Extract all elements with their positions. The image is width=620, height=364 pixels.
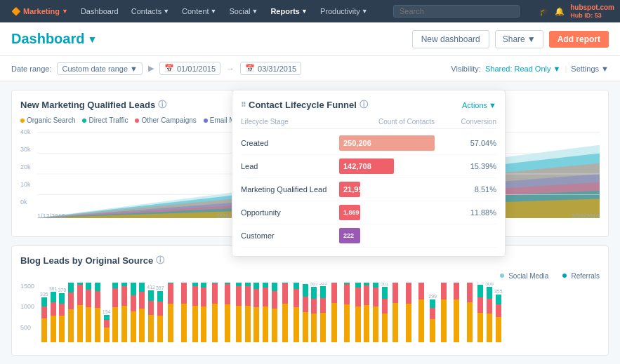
stacked-bar [477,285,483,342]
bar-segment [86,283,91,290]
brand-marketing[interactable]: 🔶 Marketing ▼ [6,4,74,19]
nav-item-productivity[interactable]: Productivity ▼ [315,4,374,18]
bar-group: 720 [67,283,75,342]
funnel-actions-button[interactable]: Actions ▼ [462,101,496,109]
bar-segment [131,295,136,311]
bar-segment [168,304,173,342]
bar-segment [355,283,361,288]
funnel-row: Customer222 [241,224,496,248]
nav-item-reports[interactable]: Reports ▼ [265,4,312,18]
search-input[interactable] [393,5,520,18]
stacked-bar [51,292,56,342]
funnel-stage-label: Marketing Qualified Lead [241,185,339,194]
stacked-bar [225,283,230,342]
bar-group: 842 [292,283,301,342]
bar-value-label: 355 [494,289,503,294]
bar-segment [344,284,350,304]
bell-icon[interactable]: 🔔 [555,7,565,16]
bar-segment [95,283,100,291]
bar-segment [467,283,473,302]
bar-group: 355 [494,289,503,342]
bar-segment [148,301,154,315]
legend-label: Organic Search [27,116,75,124]
dashboard-dropdown-icon[interactable]: ▼ [87,34,97,45]
funnel-table-header: Lifecycle Stage Count of Contacts Conver… [241,118,496,129]
bar-segment [68,292,74,309]
bar-segment [393,283,398,303]
separator: | [565,65,567,73]
blog-legend: Social MediaReferrals [20,272,600,280]
graduation-icon[interactable]: 🎓 [539,7,549,16]
funnel-bar: 21,956 [339,182,360,197]
bar-segment [487,287,492,299]
new-dashboard-button[interactable]: New dashboard [412,30,489,48]
bar-group: 941 [244,283,252,342]
bar-group: 922 [120,283,128,342]
bar-segment [112,288,118,306]
nav-item-content[interactable]: Content ▼ [176,4,222,18]
stacked-bar [181,283,187,342]
search-container [375,5,539,18]
date-end-picker[interactable]: 📅 03/31/2015 [240,62,301,75]
nav-item-dashboard[interactable]: Dashboard [75,4,124,18]
bar-group: 154 [103,309,111,342]
brand-icon: 🔶 [11,7,21,16]
stacked-bar [487,287,492,342]
bar-group: 1,425 [450,283,463,342]
blog-info-icon[interactable]: ⓘ [156,255,164,267]
bar-segment [293,283,299,289]
nav-item-contacts[interactable]: Contacts ▼ [126,4,175,18]
blog-chart-area: 15001000500 3353813787209928358051548629… [20,283,600,342]
share-chevron-icon: ▼ [527,34,536,44]
blog-legend-item: Referrals [562,272,600,280]
visibility-value[interactable]: Shared: Read Only ▼ [485,65,561,73]
bar-group: 929 [235,283,243,342]
bar-group: 862 [112,283,120,342]
bar-group: 931 [191,283,199,342]
bar-segment [272,291,277,309]
bar-segment [41,318,47,342]
date-range-type-select[interactable]: Custom date range ▼ [57,62,143,75]
bar-group: 397 [156,285,164,342]
bar-segment [320,286,326,298]
bar-segment [293,289,299,307]
bar-value-label: 154 [103,309,111,314]
bar-value-label: 606 [301,283,310,284]
settings-button[interactable]: Settings ▼ [571,65,609,73]
bar-segment [253,307,259,342]
blog-y-label: 500 [20,324,39,331]
share-button[interactable]: Share ▼ [495,30,543,48]
bar-segment [320,313,326,342]
contacts-chevron: ▼ [163,8,169,15]
funnel-bar-container: 1,869 [339,205,440,220]
legend-dot [82,119,86,123]
mql-info-icon[interactable]: ⓘ [158,99,166,111]
stacked-bar [430,299,435,342]
bar-segment [157,316,163,342]
bar-segment [477,313,483,342]
add-report-button[interactable]: Add report [549,31,609,48]
funnel-info-icon[interactable]: ⓘ [360,99,368,111]
funnel-stage-label: Opportunity [241,208,339,217]
stacked-bar [331,283,337,342]
page-title: Dashboard ▼ [11,31,412,47]
bar-group: 412 [147,285,155,342]
funnel-stage-label: Customer [241,231,339,240]
bar-group: 1,038 [209,283,221,342]
stacked-bar [293,283,299,342]
bar-segment [245,286,251,306]
stacked-bar [454,283,459,342]
bar-segment [454,299,459,342]
funnel-bar: 1,869 [339,205,360,220]
bar-segment [487,299,492,314]
blog-chart-card: Blog Leads by Original Source ⓘ Social M… [11,245,609,356]
bar-value-label: 299 [428,294,437,299]
bar-segment [59,304,65,316]
nav-item-social[interactable]: Social ▼ [224,4,264,18]
bar-segment [104,320,110,327]
stacked-bar [201,283,206,342]
bar-segment [373,306,378,342]
bar-value-label: 506 [485,283,494,286]
date-start-picker[interactable]: 📅 01/01/2015 [159,62,220,75]
funnel-conversion-value: 8.51% [440,185,496,194]
